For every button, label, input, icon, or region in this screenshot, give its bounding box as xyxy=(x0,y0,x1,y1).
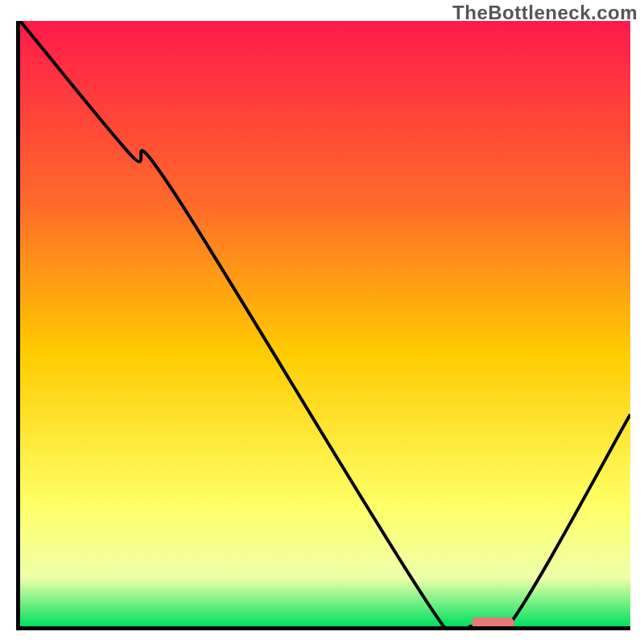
background-gradient xyxy=(20,21,630,626)
optimal-marker xyxy=(472,617,514,629)
watermark-text: TheBottleneck.com xyxy=(452,2,638,24)
chart-container: TheBottleneck.com xyxy=(0,0,644,644)
svg-rect-0 xyxy=(20,21,630,626)
plot-area xyxy=(16,21,630,630)
